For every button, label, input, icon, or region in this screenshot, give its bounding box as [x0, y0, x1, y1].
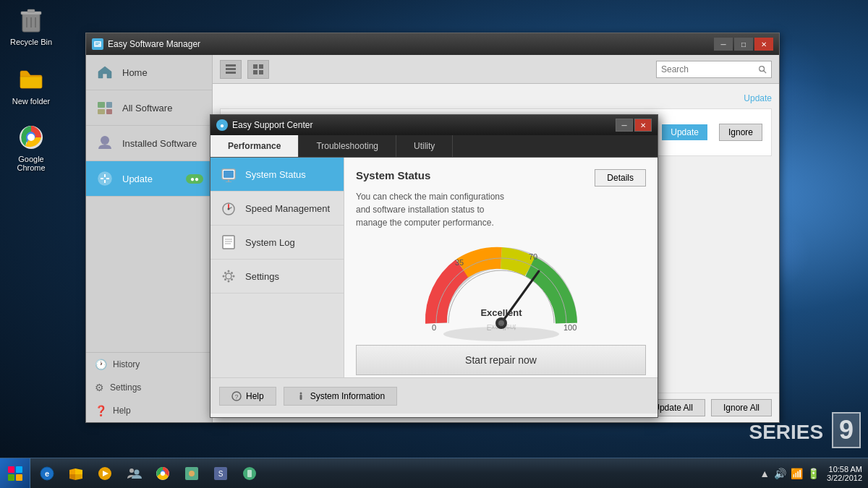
support-body: System Status Speed Management [210, 158, 658, 377]
support-sidebar: System Status Speed Management [210, 158, 344, 377]
svg-rect-22 [259, 64, 263, 69]
search-input[interactable] [661, 64, 755, 74]
svg-point-40 [226, 273, 231, 279]
sidebar-item-all-software[interactable]: All Software [86, 90, 212, 126]
svg-point-44 [233, 275, 235, 278]
tray-network-icon[interactable]: 🔊 [774, 468, 786, 479]
svg-rect-20 [226, 72, 236, 74]
svg-point-41 [228, 270, 230, 273]
svg-text:0: 0 [432, 323, 436, 332]
svg-rect-13 [106, 102, 112, 108]
help-button[interactable]: ? Help [219, 387, 276, 406]
maximize-button[interactable]: □ [734, 38, 753, 51]
svg-line-26 [764, 70, 766, 72]
svg-text:S: S [218, 470, 224, 478]
tray-volume-icon[interactable]: 📶 [791, 468, 803, 479]
easy-support-center-dialog: ● Easy Support Center ─ ✕ Performance Tr… [210, 114, 658, 418]
system-status-icon [219, 165, 238, 184]
taskbar-items: e S [30, 461, 754, 487]
svg-text:Excellent: Excellent [486, 323, 516, 331]
sidebar-item-installed[interactable]: Installed Software [86, 126, 212, 161]
support-menu-speed-management[interactable]: Speed Management [210, 192, 344, 226]
ignore-button[interactable]: Ignore [719, 124, 762, 141]
list-view-button[interactable] [220, 60, 242, 79]
svg-point-16 [101, 136, 109, 145]
taskbar-people-button[interactable] [120, 461, 148, 487]
svg-rect-18 [226, 64, 236, 67]
tab-performance[interactable]: Performance [210, 135, 299, 157]
system-status-title: System Status [356, 169, 515, 181]
series9-logo: SERIES 9 [749, 412, 861, 448]
svg-point-8 [27, 134, 35, 141]
support-center-icon: ● [216, 119, 228, 131]
tray-battery-icon[interactable]: 🔋 [807, 468, 820, 479]
start-repair-button[interactable]: Start repair now [356, 345, 646, 375]
svg-rect-33 [224, 171, 234, 178]
update-all-link[interactable]: Update [744, 93, 772, 103]
svg-point-61 [299, 392, 302, 394]
details-button[interactable]: Details [595, 169, 646, 187]
taskbar-explorer-button[interactable] [62, 461, 90, 487]
svg-rect-63 [8, 466, 14, 473]
gauge-container: 0 35 70 100 Excellent Excellent [356, 244, 646, 330]
svg-rect-65 [8, 474, 14, 481]
system-status-description: You can check the main configurations an… [356, 190, 515, 229]
system-log-icon [219, 233, 238, 252]
svg-rect-12 [98, 102, 105, 108]
svg-rect-14 [98, 109, 105, 114]
taskbar-media-button[interactable] [91, 461, 119, 487]
taskbar-ie-button[interactable]: e [33, 461, 61, 487]
support-menu-system-status[interactable]: System Status [210, 158, 344, 192]
svg-text:100: 100 [563, 323, 576, 332]
svg-rect-15 [106, 109, 112, 114]
close-button[interactable]: ✕ [754, 38, 773, 51]
sidebar-item-history[interactable]: 🕐 History [86, 353, 212, 376]
taskbar-network-button[interactable] [236, 461, 263, 487]
svg-point-47 [224, 278, 226, 281]
support-menu-settings[interactable]: Settings [210, 260, 344, 294]
grid-view-button[interactable] [247, 60, 269, 79]
taskbar-tray: ▲ 🔊 📶 🔋 10:58 AM 3/22/2012 [754, 465, 868, 482]
svg-point-45 [224, 272, 226, 274]
svg-rect-64 [16, 466, 22, 473]
start-button[interactable] [0, 458, 30, 489]
svg-rect-24 [259, 70, 263, 74]
support-tabs: Performance Troubleshooting Utility [210, 135, 658, 158]
system-information-button[interactable]: System Information [284, 387, 397, 406]
svg-point-72 [135, 469, 140, 474]
taskbar-app-button[interactable]: S [207, 461, 234, 487]
sidebar-item-home[interactable]: Home [86, 55, 212, 90]
sidebar-item-help[interactable]: ❓ Help [86, 399, 212, 422]
sidebar-item-settings[interactable]: ⚙ Settings [86, 376, 212, 399]
svg-rect-81 [247, 470, 252, 477]
new-folder-icon[interactable]: New folder [6, 65, 56, 106]
support-close-button[interactable]: ✕ [634, 119, 652, 132]
support-center-titlebar: ● Easy Support Center ─ ✕ [210, 115, 658, 135]
update-button[interactable]: Update [662, 124, 707, 140]
support-main-content: System Status You can check the main con… [344, 158, 658, 377]
taskbar-chrome-button[interactable] [149, 461, 176, 487]
sidebar-item-update[interactable]: Update ●● [86, 161, 212, 197]
software-manager-title-text: Easy Software Manager [92, 38, 200, 50]
taskbar-paint-button[interactable] [178, 461, 205, 487]
speed-management-icon [219, 199, 238, 218]
svg-point-77 [189, 471, 195, 476]
tab-utility[interactable]: Utility [396, 135, 453, 157]
software-manager-window-controls: ─ □ ✕ [714, 38, 773, 51]
support-minimize-button[interactable]: ─ [616, 119, 633, 132]
google-chrome-icon[interactable]: Google Chrome [6, 123, 56, 172]
svg-rect-10 [95, 43, 100, 43]
tray-arrow-icon[interactable]: ▲ [760, 468, 770, 479]
taskbar-clock[interactable]: 10:58 AM 3/22/2012 [827, 465, 862, 482]
support-menu-system-log[interactable]: System Log [210, 226, 344, 260]
gauge-display: 0 35 70 100 Excellent Excellent [422, 244, 581, 330]
recycle-bin-icon[interactable]: Recycle Bin [6, 6, 56, 46]
svg-text:35: 35 [455, 258, 464, 267]
search-box [656, 61, 772, 78]
svg-text:Excellent: Excellent [480, 307, 522, 318]
installed-software-icon [95, 133, 115, 153]
svg-point-17 [98, 172, 111, 185]
minimize-button[interactable]: ─ [714, 38, 733, 51]
tab-troubleshooting[interactable]: Troubleshooting [299, 135, 396, 157]
help-icon: ? [231, 391, 242, 401]
